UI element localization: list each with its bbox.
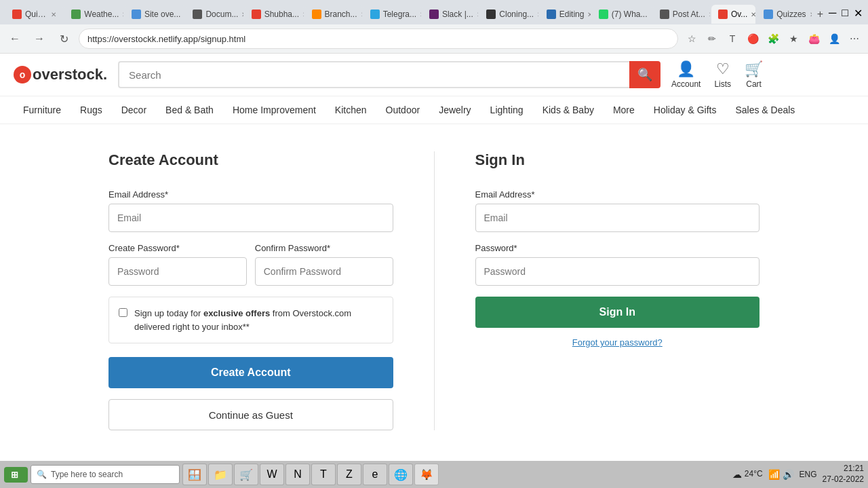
newsletter-label: Sign up today for exclusive offers from … — [134, 307, 383, 333]
puzzle-icon[interactable]: 🧩 — [765, 33, 781, 44]
browser-tab-7[interactable]: Telegra... ✕ — [363, 5, 421, 24]
section-divider — [434, 151, 435, 430]
nav-sales[interactable]: Sales & Deals — [726, 96, 804, 124]
nav-lighting[interactable]: Lighting — [481, 96, 533, 124]
create-password-group: Create Password* — [108, 243, 247, 286]
forward-button[interactable]: → — [30, 29, 49, 48]
account-action[interactable]: 👤 Account — [671, 60, 701, 89]
browser-controls: ← → ↻ ☆ ✏ T 🔴 🧩 ★ 👛 👤 ⋯ — [0, 24, 868, 53]
logo[interactable]: o overstock. — [14, 66, 107, 83]
browser-toolbar: ☆ ✏ T 🔴 🧩 ★ 👛 👤 ⋯ — [684, 33, 863, 44]
signin-email-group: Email Address* — [475, 189, 760, 232]
create-account-section: Create Account Email Address* Create Pas… — [108, 151, 393, 430]
address-bar[interactable] — [79, 29, 678, 49]
search-container: 🔍 — [118, 61, 660, 88]
browser-tab-3[interactable]: Site ove... ✕ — [125, 5, 184, 24]
nav-holiday[interactable]: Holiday & Gifts — [644, 96, 726, 124]
account-icon: 👤 — [677, 60, 695, 78]
main-content: Create Account Email Address* Create Pas… — [95, 151, 773, 430]
browser-tab-2[interactable]: Weathe... ✕ — [64, 5, 123, 24]
confirm-password-label: Confirm Password* — [255, 243, 393, 253]
forgot-password-link[interactable]: Forgot your password? — [475, 337, 760, 348]
more-icon[interactable]: ⋯ — [846, 33, 863, 44]
guest-button[interactable]: Continue as Guest — [108, 399, 393, 430]
create-password-label: Create Password* — [108, 243, 247, 253]
logo-text: overstock. — [33, 66, 107, 83]
browser-tab-11[interactable]: (7) Wha... ✕ — [592, 5, 652, 24]
nav-bed-bath[interactable]: Bed & Bath — [156, 96, 223, 124]
browser-tab-13[interactable]: Quizzes ✕ — [757, 5, 811, 24]
sign-in-title: Sign In — [475, 151, 760, 169]
browser-tab-9[interactable]: Cloning... ✕ — [479, 5, 538, 24]
browser-tab-10[interactable]: Editing ✕ — [540, 5, 591, 24]
create-password-input[interactable] — [108, 257, 247, 286]
browser-tab-active[interactable]: Ov... ✕ — [711, 5, 755, 24]
browser-tabs: Quiz: S... ✕ Weathe... ✕ Site ove... ✕ D… — [0, 0, 868, 24]
browser-tab-4[interactable]: Docum... ✕ — [186, 5, 243, 24]
close-button[interactable]: ✕ — [854, 7, 863, 20]
site-nav: Furniture Rugs Decor Bed & Bath Home Imp… — [0, 96, 868, 124]
new-tab-button[interactable]: + — [813, 8, 827, 20]
nav-furniture[interactable]: Furniture — [14, 96, 71, 124]
create-email-input[interactable] — [108, 204, 393, 232]
cart-label: Cart — [746, 79, 762, 89]
browser-chrome: Quiz: S... ✕ Weathe... ✕ Site ove... ✕ D… — [0, 0, 868, 54]
browser-tab-1[interactable]: Quiz: S... ✕ — [5, 5, 63, 24]
site-header: o overstock. 🔍 👤 Account ♡ Lists 🛒 Cart — [0, 54, 868, 96]
pencil-icon[interactable]: ✏ — [704, 33, 720, 44]
create-email-group: Email Address* — [108, 189, 393, 232]
cart-action[interactable]: 🛒 Cart — [745, 60, 763, 89]
password-row: Create Password* Confirm Password* — [108, 243, 393, 286]
newsletter-checkbox[interactable] — [119, 308, 127, 317]
signin-button[interactable]: Sign In — [475, 297, 760, 328]
bookmark-icon[interactable]: ☆ — [684, 33, 700, 44]
lists-label: Lists — [714, 79, 731, 89]
signin-password-group: Password* — [475, 243, 760, 286]
header-actions: 👤 Account ♡ Lists 🛒 Cart — [671, 60, 763, 89]
nav-jewelry[interactable]: Jewelry — [429, 96, 480, 124]
search-button[interactable]: 🔍 — [629, 61, 660, 88]
nav-decor[interactable]: Decor — [112, 96, 156, 124]
create-account-title: Create Account — [108, 151, 393, 169]
account-label: Account — [671, 79, 701, 89]
browser-tab-12[interactable]: Post At... ✕ — [653, 5, 710, 24]
nav-rugs[interactable]: Rugs — [71, 96, 112, 124]
signin-password-input[interactable] — [475, 257, 760, 286]
wallet-icon[interactable]: 👛 — [806, 33, 822, 44]
confirm-password-input[interactable] — [255, 257, 393, 286]
website: o overstock. 🔍 👤 Account ♡ Lists 🛒 Cart … — [0, 54, 868, 430]
browser-tab-6[interactable]: Branch... ✕ — [305, 5, 362, 24]
minimize-button[interactable]: ─ — [829, 7, 836, 20]
nav-kitchen[interactable]: Kitchen — [326, 96, 376, 124]
reload-button[interactable]: ↻ — [54, 29, 73, 48]
nav-kids-baby[interactable]: Kids & Baby — [533, 96, 604, 124]
newsletter-checkbox-group: Sign up today for exclusive offers from … — [108, 297, 393, 343]
signin-email-label: Email Address* — [475, 189, 760, 200]
nav-outdoor[interactable]: Outdoor — [376, 96, 430, 124]
signin-email-input[interactable] — [475, 204, 760, 232]
maximize-button[interactable]: □ — [842, 7, 848, 20]
profile-icon[interactable]: 👤 — [826, 33, 842, 44]
browser-tab-8[interactable]: Slack |... ✕ — [422, 5, 478, 24]
nav-home-improvement[interactable]: Home Improvement — [223, 96, 326, 124]
star-icon[interactable]: ★ — [785, 33, 802, 44]
create-email-label: Email Address* — [108, 189, 393, 200]
back-button[interactable]: ← — [5, 29, 24, 48]
text-icon[interactable]: T — [724, 33, 741, 44]
confirm-password-group: Confirm Password* — [255, 243, 393, 286]
browser-tab-5[interactable]: Shubha... ✕ — [245, 5, 304, 24]
create-account-button[interactable]: Create Account — [108, 357, 393, 388]
extension-icon[interactable]: 🔴 — [745, 33, 761, 44]
search-input[interactable] — [118, 61, 629, 88]
sign-in-section: Sign In Email Address* Password* Sign In… — [475, 151, 760, 430]
signin-password-label: Password* — [475, 243, 760, 253]
nav-more[interactable]: More — [604, 96, 644, 124]
heart-icon: ♡ — [716, 60, 730, 78]
logo-icon: o — [14, 66, 31, 83]
lists-action[interactable]: ♡ Lists — [714, 60, 731, 89]
cart-icon: 🛒 — [745, 60, 763, 78]
